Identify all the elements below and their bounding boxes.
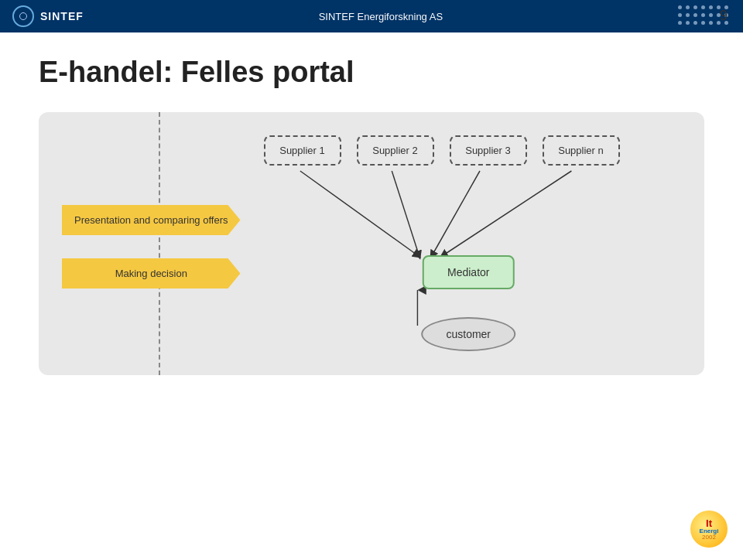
customer-container: customer (421, 317, 515, 351)
mediator-container: Mediator (423, 255, 514, 289)
svg-line-3 (443, 171, 571, 255)
presentation-label: Presentation and comparing offers (62, 205, 241, 235)
brand-label: SINTEF (40, 10, 84, 22)
supplier-2-box: Supplier 2 (357, 135, 434, 166)
mediator-box: Mediator (423, 255, 514, 289)
header-center-text: SINTEF Energiforskning AS (319, 11, 443, 22)
sintef-logo-circle (12, 5, 34, 27)
diagram-right: Supplier 1 Supplier 2 Supplier 3 Supplie… (256, 135, 682, 352)
page-number: 9 (720, 8, 728, 24)
year-text: 2002 (702, 534, 716, 541)
main-content: E-handel: Felles portal Presentation and… (0, 32, 743, 391)
svg-line-1 (392, 171, 419, 255)
supplier-3-box: Supplier 3 (450, 135, 527, 166)
svg-line-2 (432, 171, 480, 255)
customer-ellipse: customer (421, 317, 515, 351)
supplier-n-box: Supplier n (543, 135, 620, 166)
suppliers-row: Supplier 1 Supplier 2 Supplier 3 Supplie… (256, 135, 682, 166)
badge-circle: It Energi 2002 (690, 510, 728, 548)
svg-line-0 (300, 171, 417, 255)
dashed-vertical-line (159, 112, 160, 375)
sintef-logo-inner (19, 12, 27, 20)
diagram-area: Presentation and comparing offers Making… (39, 112, 704, 375)
footer-badge: It Energi 2002 (690, 510, 728, 548)
supplier-1-box: Supplier 1 (264, 135, 341, 166)
logo-area: SINTEF (12, 5, 84, 27)
it-text: It (706, 518, 712, 528)
page-title: E-handel: Felles portal (39, 56, 704, 89)
left-labels: Presentation and comparing offers Making… (62, 135, 241, 352)
decision-label: Making decision (62, 258, 241, 289)
header: SINTEF SINTEF Energiforskning AS (0, 0, 743, 32)
